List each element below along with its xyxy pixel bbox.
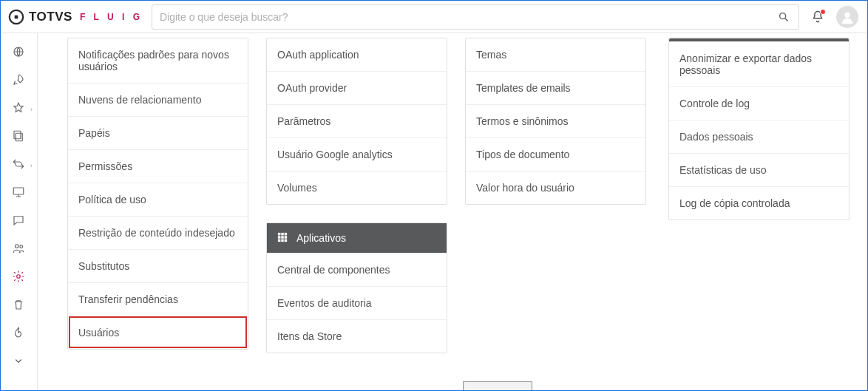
- settings-item[interactable]: Transferir pendências: [68, 282, 248, 316]
- sidebar-item-flame[interactable]: [1, 320, 37, 348]
- card-header-label: Aplicativos: [296, 232, 346, 244]
- copy-icon: [12, 129, 25, 146]
- sidebar-item-arrows[interactable]: ›: [1, 152, 37, 180]
- window-scroll-fragment: [463, 381, 532, 390]
- user-avatar[interactable]: [836, 6, 858, 28]
- app-body: ›› Notificações padrões para novos usuár…: [1, 33, 867, 390]
- notification-dot-icon: [820, 9, 826, 15]
- sidebar-item-rocket[interactable]: [1, 67, 37, 95]
- settings-card-aplicativos: Aplicativos Central de componentesEvento…: [266, 222, 447, 353]
- settings-item[interactable]: Volumes: [267, 171, 447, 204]
- svg-rect-19: [281, 239, 284, 242]
- svg-rect-13: [281, 233, 284, 236]
- settings-columns: Notificações padrões para novos usuários…: [38, 33, 867, 365]
- svg-rect-15: [278, 236, 281, 239]
- svg-rect-20: [285, 239, 288, 242]
- monitor-icon: [12, 186, 25, 202]
- svg-rect-14: [285, 233, 288, 236]
- gear-icon: [12, 270, 25, 286]
- globe-icon: [12, 45, 25, 61]
- sidebar-item-people[interactable]: [1, 236, 37, 264]
- sidebar-item-monitor[interactable]: [1, 180, 37, 208]
- chevron-right-icon: ›: [30, 162, 33, 169]
- svg-point-10: [20, 245, 23, 248]
- more-icon: [12, 354, 25, 370]
- svg-rect-8: [13, 188, 24, 194]
- rocket-icon: [12, 73, 25, 89]
- trash-icon: [12, 298, 25, 314]
- settings-item[interactable]: Nuvens de relacionamento: [68, 83, 248, 116]
- svg-rect-12: [278, 233, 281, 236]
- settings-item[interactable]: Itens da Store: [267, 319, 447, 353]
- svg-point-2: [780, 13, 786, 18]
- settings-col-3: TemasTemplates de emailsTermos e sinônim…: [465, 38, 646, 205]
- settings-item[interactable]: Tipos de documento: [466, 137, 645, 171]
- settings-item[interactable]: Substitutos: [68, 249, 248, 282]
- notifications-button[interactable]: [808, 7, 827, 27]
- brand-text-secondary: F L U I G: [80, 12, 143, 22]
- svg-rect-18: [278, 239, 281, 242]
- settings-col-2: OAuth applicationOAuth providerParâmetro…: [266, 38, 447, 353]
- main-content: Notificações padrões para novos usuários…: [38, 33, 867, 390]
- svg-rect-17: [285, 236, 288, 239]
- settings-item[interactable]: Eventos de auditoria: [267, 286, 447, 319]
- left-sidebar: ››: [1, 33, 38, 390]
- settings-item[interactable]: Controle de log: [669, 86, 849, 120]
- svg-rect-6: [16, 133, 22, 141]
- sidebar-item-trash[interactable]: [1, 292, 37, 320]
- settings-item[interactable]: Anonimizar e exportar dados pessoais: [669, 41, 849, 86]
- settings-item[interactable]: Papéis: [68, 116, 248, 149]
- top-bar: TOTVS F L U I G: [1, 1, 867, 33]
- settings-item[interactable]: Termos e sinônimos: [466, 104, 645, 137]
- settings-item[interactable]: Usuários: [68, 316, 248, 349]
- sidebar-item-star[interactable]: ›: [1, 95, 37, 123]
- svg-rect-1: [15, 15, 18, 18]
- brand-logo[interactable]: TOTVS F L U I G: [8, 9, 143, 25]
- brand-text-primary: TOTVS: [29, 10, 72, 24]
- sidebar-item-chat[interactable]: [1, 208, 37, 236]
- settings-item[interactable]: Restrição de conteúdo indesejado: [68, 216, 248, 249]
- sidebar-item-copy[interactable]: [1, 123, 37, 152]
- settings-item[interactable]: OAuth provider: [267, 71, 447, 104]
- settings-item[interactable]: Permissões: [68, 149, 248, 183]
- settings-item[interactable]: Central de componentes: [267, 253, 447, 286]
- svg-point-4: [844, 12, 850, 17]
- arrows-icon: [12, 157, 25, 174]
- settings-item[interactable]: Temas: [466, 38, 645, 71]
- sidebar-item-more[interactable]: [1, 348, 37, 376]
- svg-line-3: [785, 18, 787, 21]
- card-header-aplicativos: Aplicativos: [267, 223, 447, 253]
- settings-col-4: Anonimizar e exportar dados pessoaisCont…: [668, 38, 850, 220]
- settings-item[interactable]: Log de cópia controlada: [669, 186, 849, 220]
- star-icon: [12, 101, 25, 118]
- settings-card-4: Anonimizar e exportar dados pessoaisCont…: [668, 38, 850, 220]
- settings-item[interactable]: Política de uso: [68, 183, 248, 216]
- search-input[interactable]: [160, 11, 776, 23]
- settings-item[interactable]: Estatísticas de uso: [669, 153, 849, 186]
- settings-item[interactable]: Valor hora do usuário: [466, 171, 645, 204]
- brand-mark-icon: [8, 9, 24, 25]
- settings-col-1: Notificações padrões para novos usuários…: [67, 38, 248, 350]
- settings-item[interactable]: Templates de emails: [466, 71, 645, 104]
- settings-item[interactable]: Notificações padrões para novos usuários: [68, 38, 248, 83]
- people-icon: [12, 242, 25, 258]
- settings-item[interactable]: OAuth application: [267, 38, 447, 71]
- svg-point-9: [16, 245, 19, 248]
- settings-item[interactable]: Dados pessoais: [669, 120, 849, 153]
- settings-item[interactable]: Parâmetros: [267, 104, 447, 137]
- chevron-right-icon: ›: [30, 106, 33, 113]
- settings-item[interactable]: Usuário Google analytics: [267, 137, 447, 171]
- search-icon[interactable]: [776, 11, 791, 23]
- svg-rect-7: [14, 131, 21, 139]
- flame-icon: [12, 326, 25, 342]
- settings-card-3: TemasTemplates de emailsTermos e sinônim…: [465, 38, 646, 205]
- global-search[interactable]: [152, 4, 799, 30]
- grid-icon: [277, 232, 289, 244]
- sidebar-item-globe[interactable]: [1, 39, 37, 67]
- sidebar-item-gear[interactable]: [1, 264, 37, 292]
- avatar-icon: [839, 9, 855, 25]
- svg-point-11: [17, 275, 21, 279]
- chat-icon: [12, 214, 25, 230]
- svg-rect-16: [281, 236, 284, 239]
- settings-card-2a: OAuth applicationOAuth providerParâmetro…: [266, 38, 447, 205]
